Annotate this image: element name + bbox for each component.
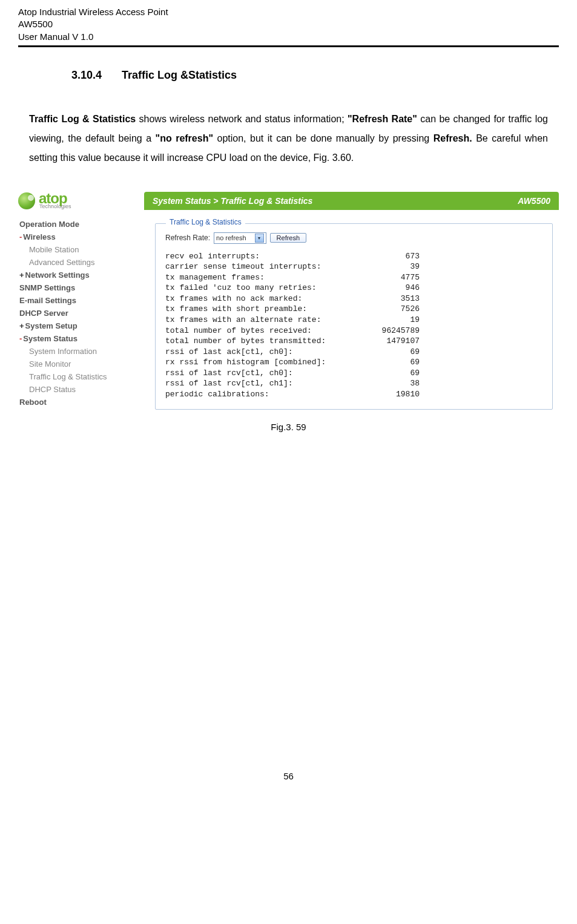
stat-row: tx frames with an alternate rate:19	[165, 315, 542, 326]
fieldset-legend: Traffic Log & Statistics	[166, 218, 245, 226]
stat-value: 673	[365, 251, 420, 262]
stat-value: 39	[365, 261, 420, 272]
header-line-1: Atop Industrial Wireless Access Point	[18, 6, 559, 18]
nav-network-settings[interactable]: +Network Settings	[18, 269, 133, 281]
nav-system-setup-label: System Setup	[25, 321, 77, 330]
stat-row: rssi of last rcv[ctl, ch1]:38	[165, 378, 542, 389]
p-bold-3: "no refresh"	[156, 133, 213, 143]
stat-label: tx failed 'cuz too many retries:	[165, 283, 365, 293]
stat-value: 19810	[365, 389, 420, 400]
nav-system-status-label: System Status	[23, 334, 77, 343]
stat-row: total number of bytes transmitted:147910…	[165, 336, 542, 347]
breadcrumb: System Status > Traffic Log & Statistics	[153, 196, 312, 206]
stat-value: 69	[365, 347, 420, 358]
figure-caption: Fig.3. 59	[18, 422, 559, 432]
expand-icon: +	[19, 321, 24, 330]
refresh-rate-select[interactable]: no refresh ▾	[214, 232, 266, 244]
nav-wireless-label: Wireless	[23, 232, 55, 241]
stat-value: 3513	[365, 293, 420, 304]
stat-label: rssi of last rcv[ctl, ch1]:	[165, 378, 365, 389]
nav-snmp-settings[interactable]: SNMP Settings	[18, 281, 133, 294]
nav-traffic-log[interactable]: Traffic Log & Statistics	[18, 370, 133, 383]
section-title: Traffic Log &Statistics	[122, 69, 237, 81]
stat-label: rx rssi from histogram [combined]:	[165, 357, 365, 368]
nav-system-status[interactable]: -System Status	[18, 332, 133, 345]
stat-label: rssi of last rcv[ctl, ch0]:	[165, 368, 365, 379]
stat-row: tx management frames:4775	[165, 272, 542, 283]
stat-value: 38	[365, 378, 420, 389]
stat-label: tx frames with short preamble:	[165, 304, 365, 315]
stat-row: tx failed 'cuz too many retries:946	[165, 283, 542, 293]
stat-label: tx management frames:	[165, 272, 365, 283]
select-value: no refresh	[216, 234, 246, 241]
stat-label: rssi of last ack[ctl, ch0]:	[165, 347, 365, 358]
page-header: Atop Industrial Wireless Access Point AW…	[18, 6, 559, 47]
stat-label: recv eol interrupts:	[165, 251, 365, 262]
collapse-icon: -	[19, 334, 22, 343]
logo-orb-icon	[18, 192, 35, 209]
figure: atop Technologies Operation Mode -Wirele…	[18, 192, 559, 433]
stat-row: rssi of last rcv[ctl, ch0]:69	[165, 368, 542, 379]
stat-row: tx frames with short preamble:7526	[165, 304, 542, 315]
stat-value: 4775	[365, 272, 420, 283]
p-text-3: option, but it can be done manually by p…	[213, 133, 434, 143]
stat-value: 7526	[365, 304, 420, 315]
stat-value: 1479107	[365, 336, 420, 347]
stats-list: recv eol interrupts:673carrier sense tim…	[165, 251, 542, 400]
section-number: 3.10.4	[71, 69, 102, 82]
refresh-button[interactable]: Refresh	[270, 233, 307, 243]
section-heading: 3.10.4 Traffic Log &Statistics	[71, 69, 559, 82]
stat-value: 69	[365, 368, 420, 379]
stat-label: tx frames with an alternate rate:	[165, 315, 365, 326]
nav-network-settings-label: Network Settings	[25, 270, 90, 280]
stat-label: tx frames with no ack marked:	[165, 293, 365, 304]
stat-row: periodic calibrations:19810	[165, 389, 542, 400]
stat-value: 946	[365, 283, 420, 293]
stat-row: recv eol interrupts:673	[165, 251, 542, 262]
nav-dhcp-status[interactable]: DHCP Status	[18, 383, 133, 396]
stat-row: carrier sense timeout interrupts:39	[165, 261, 542, 272]
expand-icon: +	[19, 270, 24, 280]
stat-row: rx rssi from histogram [combined]:69	[165, 357, 542, 368]
stat-label: total number of bytes transmitted:	[165, 336, 365, 347]
refresh-row: Refresh Rate: no refresh ▾ Refresh	[165, 232, 542, 244]
stat-label: carrier sense timeout interrupts:	[165, 261, 365, 272]
nav-system-setup[interactable]: +System Setup	[18, 319, 133, 332]
stat-row: total number of bytes received:96245789	[165, 326, 542, 336]
logo-brand: atop	[39, 192, 71, 205]
header-line-2: AW5500	[18, 18, 559, 30]
sidebar: atop Technologies Operation Mode -Wirele…	[18, 192, 133, 409]
refresh-rate-label: Refresh Rate:	[165, 234, 210, 242]
nav-dhcp-server[interactable]: DHCP Server	[18, 307, 133, 319]
nav-email-settings[interactable]: E-mail Settings	[18, 294, 133, 307]
collapse-icon: -	[19, 232, 22, 241]
page-number: 56	[18, 771, 559, 781]
stat-value: 69	[365, 357, 420, 368]
body-paragraph: Traffic Log & Statistics shows wireless …	[29, 110, 548, 168]
p-bold-1: Traffic Log & Statistics	[29, 114, 136, 124]
content-panel: System Status > Traffic Log & Statistics…	[144, 192, 559, 416]
nav-site-monitor[interactable]: Site Monitor	[18, 358, 133, 370]
fieldset: Refresh Rate: no refresh ▾ Refresh recv …	[155, 223, 553, 410]
p-text-1: shows wireless network and status inform…	[136, 114, 348, 124]
stat-row: tx frames with no ack marked:3513	[165, 293, 542, 304]
model-label: AW5500	[518, 196, 550, 206]
logo-sub: Technologies	[39, 203, 71, 209]
breadcrumb-bar: System Status > Traffic Log & Statistics…	[144, 192, 559, 210]
stat-label: periodic calibrations:	[165, 389, 365, 400]
p-bold-4: Refresh.	[434, 133, 472, 143]
logo: atop Technologies	[18, 192, 133, 210]
nav-mobile-station[interactable]: Mobile Station	[18, 243, 133, 256]
nav-advanced-settings[interactable]: Advanced Settings	[18, 256, 133, 269]
header-line-3: User Manual V 1.0	[18, 31, 559, 43]
stat-label: total number of bytes received:	[165, 326, 365, 336]
stat-value: 19	[365, 315, 420, 326]
chevron-down-icon: ▾	[255, 234, 264, 243]
nav-operation-mode[interactable]: Operation Mode	[18, 218, 133, 231]
nav-reboot[interactable]: Reboot	[18, 396, 133, 408]
p-bold-2: "Refresh Rate"	[348, 114, 417, 124]
nav-system-information[interactable]: System Information	[18, 345, 133, 358]
stat-value: 96245789	[365, 326, 420, 336]
stat-row: rssi of last ack[ctl, ch0]:69	[165, 347, 542, 358]
nav-wireless[interactable]: -Wireless	[18, 231, 133, 243]
